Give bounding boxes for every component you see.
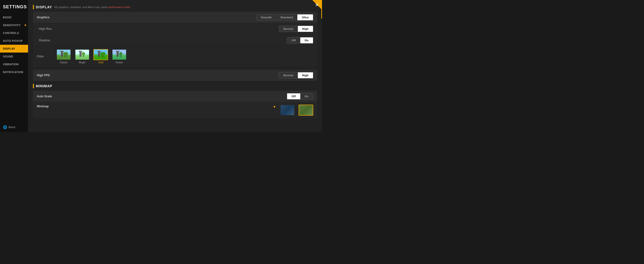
high-res-toggle-group: Normal High	[279, 26, 313, 32]
region-label: Brazil	[8, 126, 15, 128]
display-subtitle: HD graphics, shadows, and filters may ca…	[54, 6, 130, 9]
high-res-high-btn[interactable]: High	[298, 26, 313, 32]
app-title: SETTINGS	[0, 3, 28, 14]
filter-items: Classic Bright	[56, 49, 126, 64]
sidebar-item-controls[interactable]: CONTROLS	[0, 29, 28, 37]
sidebar-item-vibration[interactable]: VIBRATION	[0, 60, 28, 68]
sidebar: SETTINGS BASIC SENSITIVITY CONTROLS AUTO…	[0, 0, 28, 132]
section-bar	[33, 5, 34, 9]
filter-vivid-label: Vivid	[98, 61, 104, 64]
auto-scale-toggle-group: Off On	[287, 93, 313, 99]
auto-scale-on-btn[interactable]: On	[300, 93, 313, 99]
high-res-label: High Res.	[37, 27, 279, 31]
minimap-panel: Auto Scale Off On Minimap ▼	[33, 91, 317, 118]
sidebar-item-sound[interactable]: SOUND	[0, 53, 28, 60]
globe-icon: 🌐	[3, 125, 7, 129]
auto-scale-row: Auto Scale Off On	[33, 91, 317, 102]
scroll-chevron: ▼	[273, 105, 276, 109]
minimap-label: Minimap	[37, 105, 273, 108]
sidebar-item-basic[interactable]: BASIC	[0, 14, 28, 21]
main-content: ✕ DISPLAY HD graphics, shadows, and filt…	[28, 0, 322, 132]
filter-ocean-label: Ocean	[116, 61, 123, 64]
high-fps-label: High FPS	[37, 74, 279, 77]
high-fps-toggle-group: Normal High	[279, 72, 313, 78]
filter-classic[interactable]: Classic	[56, 49, 71, 64]
minimap-row: Minimap ▼	[33, 102, 317, 118]
tower-icon-v	[98, 52, 100, 57]
high-res-row: High Res. Normal High	[33, 23, 317, 35]
sidebar-item-display[interactable]: DISPLAY	[0, 45, 28, 53]
display-title: DISPLAY	[36, 5, 52, 9]
filter-ocean-thumb	[112, 49, 126, 60]
shadow-off-btn[interactable]: Off	[287, 37, 300, 43]
auto-scale-off-btn[interactable]: Off	[287, 93, 300, 99]
tower-icon-o	[116, 52, 118, 57]
auto-scale-label: Auto Scale	[37, 95, 287, 98]
shadow-row: Shadow Off On	[33, 35, 317, 46]
minimap-section-bar	[33, 84, 34, 88]
filter-classic-label: Classic	[60, 61, 68, 64]
display-section-header: DISPLAY HD graphics, shadows, and filter…	[33, 5, 317, 9]
shadow-label: Shadow	[37, 39, 287, 42]
region-footer: 🌐 Brazil	[0, 122, 28, 132]
shadow-on-btn[interactable]: On	[300, 37, 313, 43]
minimap-title: MINIMAP	[36, 84, 52, 88]
filter-vivid[interactable]: Vivid	[94, 49, 108, 64]
minimap-thumbnails	[280, 105, 313, 116]
graphics-ultra-btn[interactable]: Ultra	[297, 15, 313, 20]
graphics-toggle-group: Smooth Standard Ultra	[256, 14, 313, 21]
high-res-normal-btn[interactable]: Normal	[279, 26, 298, 32]
minimap-thumb-2[interactable]	[298, 105, 313, 116]
sensitivity-dot	[25, 25, 26, 26]
high-fps-panel: High FPS Normal High	[33, 70, 317, 81]
filter-bright-thumb	[75, 49, 90, 60]
graphics-standard-btn[interactable]: Standard	[276, 15, 298, 20]
filter-label: Filter	[37, 55, 52, 58]
filter-row: Filter Classic	[33, 46, 317, 67]
graphics-row: Graphics Smooth Standard Ultra	[33, 12, 317, 23]
display-panel: Graphics Smooth Standard Ultra High Res.…	[33, 12, 317, 67]
minimap-thumb-1[interactable]	[280, 105, 295, 116]
graphics-smooth-btn[interactable]: Smooth	[256, 15, 276, 20]
tower-icon-b	[80, 52, 82, 57]
minimap-section-header: MINIMAP	[33, 84, 317, 88]
sidebar-item-notification[interactable]: NOTIFICATION	[0, 68, 28, 76]
high-fps-normal-btn[interactable]: Normal	[279, 72, 298, 78]
tower-icon	[61, 52, 63, 57]
filter-classic-thumb	[56, 49, 71, 60]
filter-vivid-thumb	[94, 49, 108, 60]
close-button[interactable]: ✕	[313, 1, 321, 9]
filter-ocean[interactable]: Ocean	[112, 49, 126, 64]
filter-bright[interactable]: Bright	[75, 49, 90, 64]
filter-bright-label: Bright	[79, 61, 86, 64]
graphics-label: Graphics	[37, 16, 256, 19]
shadow-toggle-group: Off On	[287, 37, 313, 44]
yellow-line	[321, 9, 322, 19]
high-fps-high-btn[interactable]: High	[298, 72, 313, 78]
sidebar-item-sensitivity[interactable]: SENSITIVITY	[0, 21, 28, 29]
sidebar-item-auto-pickup[interactable]: AUTO PICKUP	[0, 37, 28, 45]
high-fps-row: High FPS Normal High	[33, 70, 317, 81]
